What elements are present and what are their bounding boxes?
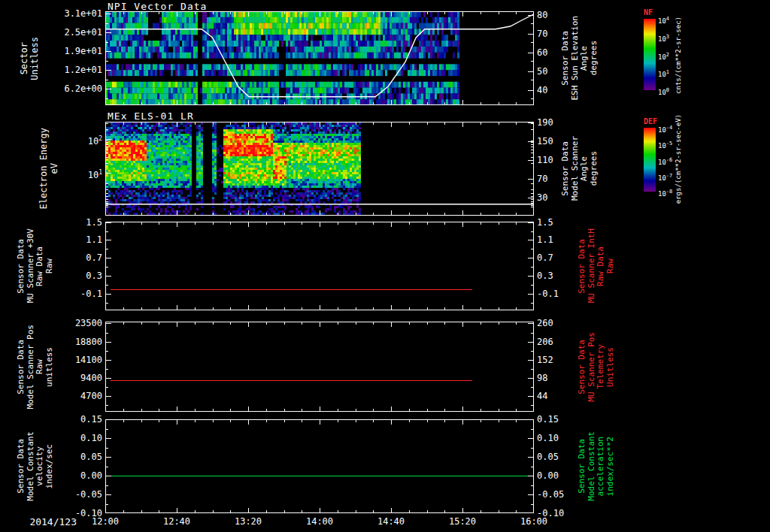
mu30v-right-axis-label-line: Sensor Data <box>578 239 587 294</box>
scanpos-rtick-label: 98 <box>537 373 571 383</box>
modelconst-left-axis-label: Sensor DataModel Constantvelocityindex/s… <box>17 419 53 513</box>
mu30v-rtick-label: 0.3 <box>537 271 571 281</box>
scanpos-rtick-label: 260 <box>537 318 571 328</box>
scanpos-plot <box>105 322 534 412</box>
x-axis-tick-label: 12:40 <box>157 516 196 527</box>
npi-left-axis-label: SectorUnitless <box>20 11 39 105</box>
modelconst-rtick-label: 0.05 <box>537 452 571 462</box>
npi-left-axis-label-line: Unitless <box>30 37 40 80</box>
els-plot <box>105 122 534 216</box>
scanpos-rtick-label: 44 <box>537 391 571 401</box>
npi-right-axis-label-line: Angle <box>580 46 589 71</box>
x-axis-tick-label: 16:00 <box>514 516 553 527</box>
modelconst-right-axis-label-line: Model Constant <box>587 431 596 501</box>
scanpos-right-axis-label-line: Sensor Data <box>578 340 587 394</box>
mu30v-left-axis-label-line: Sensor Data <box>17 239 26 294</box>
scanpos-left-axis-label-line: Raw <box>35 359 44 374</box>
npi-left-axis-label-line: Sector <box>20 42 29 74</box>
els-colorbar <box>644 128 656 192</box>
npi-colorbar-unit-line: cnts/(cm**2-sr-sec) <box>675 17 682 94</box>
modelconst-left-axis-label-line: index/sec <box>45 444 54 489</box>
scanpos-rtick-label: 206 <box>537 337 571 347</box>
modelconst-plot <box>105 419 534 513</box>
scanpos-rtick-label: 152 <box>537 355 571 365</box>
modelconst-left-axis-label-line: Sensor Data <box>17 439 26 494</box>
scanpos-right-axis-label: Sensor DataMU Scanner PosTelemetryUnitle… <box>578 322 614 412</box>
mu30v-left-axis-label-line: Raw <box>45 258 54 274</box>
els-left-axis-label: Electron EnergyeV <box>39 122 59 216</box>
x-axis-tick-label: 13:20 <box>229 516 268 527</box>
npi-plot <box>105 11 534 105</box>
scanpos-right-axis-label-line: MU Scanner Pos <box>587 332 596 402</box>
npi-colorbar-title: NF <box>644 8 653 17</box>
els-right-axis-label: Sensor DataModel ScannerAngledegrees <box>561 122 598 216</box>
mu30v-plot <box>105 222 534 310</box>
npi-right-axis-label-line: Sensor Data <box>561 31 570 86</box>
npi-colorbar-unit: cnts/(cm**2-sr-sec) <box>675 14 682 96</box>
mu30v-left-axis-label-line: MU Scanner +30V <box>26 228 35 303</box>
x-axis-tick-label: 12:00 <box>86 516 125 527</box>
panel-npi-title: NPI Vector Data <box>108 1 207 12</box>
npi-right-axis-label-line: ESH Sun Elevation <box>571 16 580 101</box>
modelconst-left-axis-label-line: Model Constant <box>26 431 35 501</box>
x-axis-tick-label: 14:40 <box>371 516 411 527</box>
modelconst-right-axis-label-line: acceleration <box>596 437 605 496</box>
npi-ytick-label: 2.5e+01 <box>42 27 102 38</box>
els-right-axis-label-line: Sensor Data <box>561 141 570 196</box>
scanpos-right-axis-label-line: Telemetry <box>596 344 605 389</box>
modelconst-right-axis-label-line: index/sec**2 <box>606 437 615 496</box>
mu30v-right-axis-label-line: MU Scanner IntH <box>587 228 596 303</box>
x-axis-tick-label: 15:20 <box>443 516 482 527</box>
els-right-axis-label-line: Angle <box>580 156 589 181</box>
mu30v-rtick-label: 1.1 <box>537 234 571 245</box>
npi-colorbar <box>644 19 656 90</box>
els-colorbar-unit-line: ergs/(cm**2-sr-sec-eV) <box>675 114 682 204</box>
mu30v-left-axis-label: Sensor DataMU Scanner +30VRaw DataRaw <box>17 222 53 310</box>
modelconst-rtick-label: 0.10 <box>537 433 571 443</box>
science-plot-figure: NPI Vector Data MEx ELS-01 LR 2014/123 3… <box>0 0 770 532</box>
scanpos-left-axis-label: Sensor DataModel Scanner PosRawunitless <box>17 322 53 412</box>
panel-els-title: MEx ELS-01 LR <box>108 110 194 122</box>
mu30v-right-axis-label-line: Raw <box>606 258 615 274</box>
els-right-axis-label-line: degrees <box>590 151 599 186</box>
els-right-axis-label-line: Model Scanner <box>571 136 580 201</box>
scanpos-right-axis-label-line: Unitless <box>606 347 615 387</box>
x-axis-tick-label: 14:00 <box>300 516 339 527</box>
scanpos-left-axis-label-line: Sensor Data <box>17 340 26 394</box>
npi-ytick-label: 1.9e+01 <box>42 46 102 56</box>
els-colorbar-title: DEF <box>644 117 657 125</box>
npi-ytick-label: 6.2e+00 <box>42 83 102 94</box>
els-colorbar-unit: ergs/(cm**2-sr-sec-eV) <box>675 122 682 197</box>
mu30v-rtick-label: 0.7 <box>537 252 571 263</box>
scanpos-left-axis-label-line: unitless <box>45 347 54 387</box>
modelconst-rtick-label: -0.05 <box>537 489 571 500</box>
modelconst-rtick-label: 0.00 <box>537 470 571 481</box>
mu30v-left-axis-label-line: Raw Data <box>35 246 44 286</box>
mu30v-right-axis-label: Sensor DataMU Scanner IntHRaw DataRaw <box>578 222 614 310</box>
scanpos-left-axis-label-line: Model Scanner Pos <box>26 325 35 410</box>
modelconst-right-axis-label-line: Sensor Data <box>578 439 587 494</box>
mu30v-right-axis-label-line: Raw Data <box>596 246 605 286</box>
modelconst-left-axis-label-line: velocity <box>35 446 44 486</box>
npi-right-axis-label-line: degrees <box>590 41 599 75</box>
els-left-axis-label-line: Electron Energy <box>39 128 49 209</box>
npi-ytick-label: 1.2e+01 <box>42 65 102 75</box>
modelconst-rtick-label: 0.15 <box>537 414 571 425</box>
npi-ytick-label: 3.1e+01 <box>42 8 102 19</box>
mu30v-rtick-label: 1.5 <box>537 217 571 228</box>
els-left-axis-label-line: eV <box>50 163 59 174</box>
npi-right-axis-label: Sensor DataESH Sun ElevationAngledegrees <box>561 11 598 105</box>
mu30v-rtick-label: -0.1 <box>537 289 571 299</box>
modelconst-right-axis-label: Sensor DataModel Constantaccelerationind… <box>578 419 614 513</box>
